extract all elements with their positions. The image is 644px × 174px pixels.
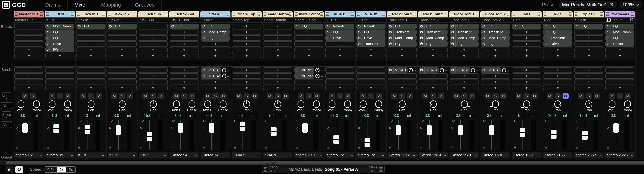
channel-input-select[interactable]: Kick Sub bbox=[138, 18, 168, 23]
power-icon[interactable] bbox=[605, 35, 611, 41]
power-icon[interactable] bbox=[481, 35, 487, 41]
output-select[interactable]: SNARE bbox=[263, 152, 292, 158]
fader-handle[interactable] bbox=[271, 127, 276, 136]
output-select[interactable]: Stereo 1/2 bbox=[356, 152, 386, 158]
scrollbar-grip[interactable] bbox=[264, 161, 276, 164]
pan-knob-pan-l[interactable] bbox=[360, 100, 366, 108]
power-icon[interactable] bbox=[294, 73, 300, 79]
power-icon[interactable] bbox=[170, 24, 176, 29]
power-icon[interactable] bbox=[388, 24, 394, 29]
channel-tab-verb2[interactable]: VERB2 bbox=[356, 11, 386, 17]
power-icon[interactable] bbox=[325, 35, 331, 41]
power-icon[interactable] bbox=[356, 24, 362, 29]
send-slot-verb1[interactable]: VERB1 bbox=[388, 67, 408, 73]
solo-button[interactable]: S bbox=[88, 93, 94, 99]
add-effect-button[interactable]: + bbox=[450, 47, 479, 52]
send-slot-verb2[interactable]: VERB2 bbox=[201, 73, 221, 79]
add-effect-button[interactable]: + bbox=[170, 47, 199, 52]
pan-knob-pan-r[interactable] bbox=[220, 100, 226, 108]
add-send-button[interactable]: + bbox=[605, 67, 634, 73]
add-send-button[interactable]: + bbox=[14, 79, 43, 84]
solo-button[interactable]: S bbox=[181, 93, 188, 99]
solo-button[interactable]: S bbox=[555, 93, 561, 99]
add-effect-button[interactable]: + bbox=[76, 35, 106, 41]
channel-input-select[interactable]: Kick In 1 bbox=[76, 18, 106, 23]
output-select[interactable]: SNARE bbox=[232, 152, 261, 158]
mute-button[interactable]: M bbox=[22, 93, 28, 99]
power-icon[interactable] bbox=[450, 30, 456, 35]
fader-handle[interactable] bbox=[22, 123, 28, 133]
power-icon[interactable] bbox=[388, 67, 394, 73]
add-effect-button[interactable]: + bbox=[232, 47, 261, 52]
channel-input-select[interactable]: KICK bbox=[44, 18, 75, 23]
pan-knob-pan[interactable] bbox=[274, 100, 281, 108]
add-effect-button[interactable]: + bbox=[76, 30, 106, 35]
phase-button[interactable]: Ø bbox=[438, 93, 444, 99]
fader-handle[interactable] bbox=[209, 123, 214, 133]
add-effect-button[interactable]: + bbox=[14, 47, 43, 52]
add-effect-button[interactable]: + bbox=[14, 35, 43, 41]
solo-button[interactable]: S bbox=[337, 93, 343, 99]
send-slot-verb1[interactable]: VERB1 bbox=[201, 67, 221, 73]
effect-slot-eq[interactable]: EQ bbox=[356, 30, 386, 35]
effect-slot-eq[interactable]: EQ bbox=[201, 35, 230, 41]
add-send-button[interactable]: + bbox=[14, 73, 43, 79]
power-icon[interactable] bbox=[388, 35, 394, 41]
add-send-button[interactable]: + bbox=[139, 85, 168, 90]
add-effect-button[interactable]: + bbox=[139, 24, 168, 29]
add-send-button[interactable]: + bbox=[605, 85, 634, 90]
add-effect-button[interactable]: + bbox=[108, 41, 137, 47]
fader-value[interactable]: -12.0 bbox=[576, 113, 588, 118]
fader-handle[interactable] bbox=[116, 125, 121, 135]
pan-knob-pan-r[interactable] bbox=[188, 100, 196, 108]
channel-tab-kick-1-shot[interactable]: Kick 1-Shot bbox=[169, 11, 199, 17]
solo-button[interactable]: S bbox=[275, 93, 281, 99]
add-effect-button[interactable]: + bbox=[170, 53, 199, 58]
channel-input-select[interactable]: Rack Tom 1 bbox=[387, 18, 418, 23]
fader-handle[interactable] bbox=[240, 122, 246, 131]
phase-button[interactable]: Ø bbox=[127, 93, 133, 99]
effect-slot-eq[interactable]: EQ bbox=[481, 24, 510, 29]
power-icon[interactable] bbox=[201, 30, 207, 35]
fader-value[interactable]: -3.0 bbox=[484, 113, 495, 118]
power-icon[interactable] bbox=[605, 30, 611, 35]
effect-slot-eq[interactable]: EQ bbox=[543, 30, 572, 35]
add-effect-button[interactable]: + bbox=[45, 53, 74, 58]
add-send-button[interactable]: + bbox=[574, 67, 603, 73]
add-effect-button[interactable]: + bbox=[232, 41, 261, 47]
send-slot-verb1[interactable]: VERB1 bbox=[294, 67, 314, 73]
add-effect-button[interactable]: + bbox=[294, 47, 323, 52]
mute-button[interactable]: M bbox=[547, 93, 553, 99]
add-effect-button[interactable]: + bbox=[450, 53, 479, 58]
add-effect-button[interactable]: + bbox=[419, 47, 448, 52]
channel-input-select[interactable]: Master Bus bbox=[14, 18, 44, 23]
add-send-button[interactable]: + bbox=[325, 79, 354, 84]
effect-slot-drive[interactable]: Drive bbox=[543, 41, 572, 47]
power-icon[interactable] bbox=[388, 41, 394, 47]
pan-knob-pan-l[interactable] bbox=[298, 100, 304, 108]
add-send-button[interactable]: + bbox=[605, 79, 634, 84]
channel-tab-rack-tom-2[interactable]: Rack Tom 2 bbox=[418, 11, 448, 17]
effect-slot-eq[interactable]: EQ bbox=[605, 35, 634, 41]
add-effect-button[interactable]: + bbox=[139, 41, 168, 47]
channel-tab-snare[interactable]: SNARE bbox=[200, 11, 230, 17]
add-effect-button[interactable]: + bbox=[139, 53, 168, 58]
mute-button[interactable]: M bbox=[329, 93, 335, 99]
pan-knob-pan-r[interactable] bbox=[313, 100, 320, 108]
add-effect-button[interactable]: + bbox=[14, 24, 43, 29]
phase-button[interactable]: Ø bbox=[189, 93, 196, 99]
mute-button[interactable]: M bbox=[516, 93, 522, 99]
add-effect-button[interactable]: + bbox=[512, 41, 541, 47]
add-send-button[interactable]: + bbox=[108, 67, 137, 73]
add-effect-button[interactable]: + bbox=[512, 35, 541, 41]
add-send-button[interactable]: + bbox=[232, 79, 261, 84]
add-send-button[interactable]: + bbox=[543, 73, 572, 79]
add-send-button[interactable]: + bbox=[170, 85, 199, 90]
channel-input-select[interactable]: Kick 1-Shot bbox=[169, 18, 200, 23]
fader-handle[interactable] bbox=[520, 128, 526, 137]
power-icon[interactable] bbox=[543, 24, 549, 29]
pan-knob-pan-r[interactable] bbox=[64, 100, 71, 108]
send-slot-verb2[interactable]: VERB2 bbox=[294, 73, 314, 79]
phase-button[interactable]: Ø bbox=[407, 93, 413, 99]
pan-knob-pan-r[interactable] bbox=[375, 100, 382, 108]
